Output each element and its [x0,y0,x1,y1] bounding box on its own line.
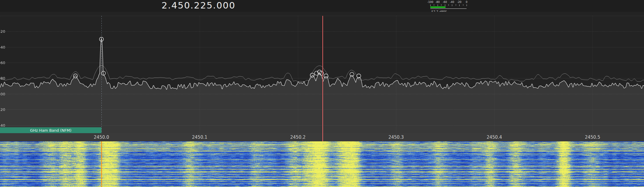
db-axis-label: -100 [0,92,5,96]
meter-scale-label: -40 [450,1,454,4]
meter-scale-label: -100 [427,1,433,4]
meter-tick [467,4,467,6]
frequency-axis-label: 2450.0 [94,135,109,140]
db-axis-label: -80 [0,76,5,80]
meter-tick [463,4,463,6]
spectrum-plot [0,12,644,133]
db-axis-label: -60 [0,61,5,65]
meter-tick [441,4,441,6]
frequency-axis-label: 2450.3 [389,135,404,140]
waterfall[interactable] [0,141,644,187]
meter-tick [459,4,460,6]
db-axis-label: -20 [0,29,5,34]
meter-tick [430,4,431,6]
spectrum-canvas[interactable] [0,12,644,133]
frequency-axis-label: 2450.1 [192,135,208,140]
frequency-display[interactable]: 2.450.225.000 [162,0,236,11]
meter-scale-label: -60 [443,1,447,4]
band-plan-label: GHz Ham Band (NFM) [30,128,71,133]
meter-scale-label: 0 [466,1,467,4]
meter-baseline [430,8,467,9]
meter-bar [430,6,446,8]
frequency-axis-label: 2450.2 [290,135,306,140]
db-axis-label: -120 [0,107,5,112]
db-axis-label: -140 [0,123,5,127]
meter-scale-label: -80 [435,1,440,4]
meter-scale-label: -20 [457,1,462,4]
db-axis-label: -40 [0,45,5,49]
meter-tick [445,4,445,6]
frequency-axis-label: 2450.5 [585,135,600,140]
sdr-app-window: 2.450.225.000 -57.7 dBFS -100-80-60-40-2… [0,0,644,187]
frequency-axis: 2450.02450.12450.22450.32450.42450.5 [0,133,644,141]
band-plan-bar[interactable]: GHz Ham Band (NFM) [0,127,101,133]
meter-tick [456,4,456,6]
tuning-line[interactable] [322,16,323,141]
meter-tick [434,4,434,6]
meter-tick [452,4,452,6]
meter-tick [438,4,438,6]
meter-tick [448,4,449,6]
frequency-axis-label: 2450.4 [487,135,502,140]
